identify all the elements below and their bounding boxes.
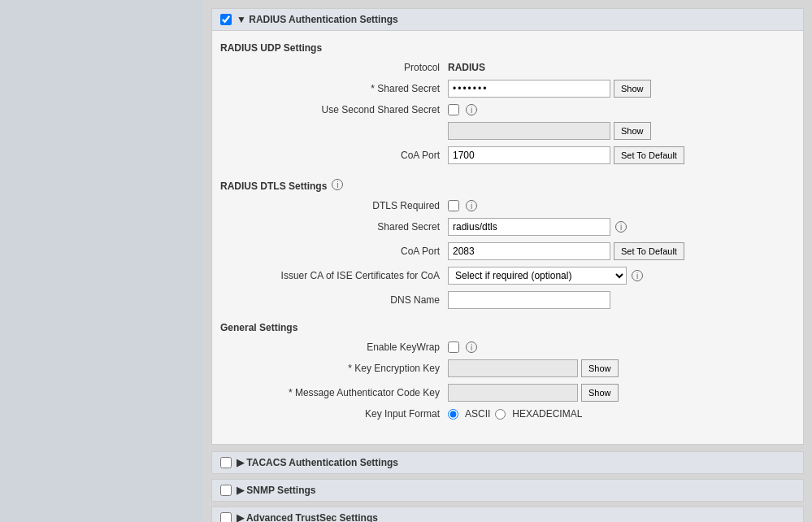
dtls-coa-port-label: CoA Port xyxy=(220,246,448,257)
kek-group: Key Encryption Key Show xyxy=(220,359,795,377)
shared-secret-input[interactable] xyxy=(448,80,610,98)
general-settings-title: General Settings xyxy=(220,322,795,333)
dtls-shared-secret-label: Shared Secret xyxy=(220,221,448,233)
second-secret-group: Show xyxy=(220,122,795,140)
mac-key-group: Message Authenticator Code Key Show xyxy=(220,384,795,402)
dtls-shared-secret-input[interactable] xyxy=(448,218,610,236)
radius-auth-header[interactable]: ▼ RADIUS Authentication Settings xyxy=(212,9,803,31)
enable-keywrap-group: Enable KeyWrap i xyxy=(220,341,795,353)
issuer-ca-group: Issuer CA of ISE Certificates for CoA Se… xyxy=(220,267,795,285)
use-second-checkbox[interactable] xyxy=(448,104,459,115)
trustsec-title: ▶ Advanced TrustSec Settings xyxy=(237,512,378,522)
show-mac-button[interactable]: Show xyxy=(581,384,619,402)
trustsec-header[interactable]: ▶ Advanced TrustSec Settings xyxy=(212,507,803,522)
mac-key-input[interactable] xyxy=(448,384,578,402)
hexadecimal-label: HEXADECIMAL xyxy=(512,408,582,420)
keywrap-info-icon[interactable]: i xyxy=(466,341,477,353)
radius-auth-panel: ▼ RADIUS Authentication Settings RADIUS … xyxy=(211,8,804,445)
dtls-secret-info-icon[interactable]: i xyxy=(615,221,627,233)
dtls-settings-block: RADIUS DTLS Settings i DTLS Required i S… xyxy=(220,177,795,309)
second-secret-input[interactable] xyxy=(448,122,610,140)
udp-settings-title: RADIUS UDP Settings xyxy=(220,42,795,54)
dtls-coa-port-group: CoA Port Set To Default xyxy=(220,242,795,260)
show-kek-button[interactable]: Show xyxy=(581,359,619,377)
snmp-checkbox[interactable] xyxy=(220,485,232,496)
ascii-radio[interactable] xyxy=(448,409,458,420)
coa-port-group: CoA Port Set To Default xyxy=(220,146,795,164)
coa-port-input[interactable] xyxy=(448,146,610,164)
tacacs-header[interactable]: ▶ TACACS Authentication Settings xyxy=(212,452,803,473)
protocol-group: Protocol RADIUS xyxy=(220,62,795,73)
snmp-header[interactable]: ▶ SNMP Settings xyxy=(212,480,803,501)
use-second-label: Use Second Shared Secret xyxy=(220,104,448,115)
tacacs-title: ▶ TACACS Authentication Settings xyxy=(237,457,398,468)
tacacs-section: ▶ TACACS Authentication Settings xyxy=(211,451,804,474)
dtls-required-checkbox[interactable] xyxy=(448,200,459,211)
radius-auth-checkbox[interactable] xyxy=(220,14,232,25)
kek-input[interactable] xyxy=(448,359,578,377)
key-format-label: Key Input Format xyxy=(220,408,448,420)
use-second-group: Use Second Shared Secret i xyxy=(220,104,795,115)
udp-settings-block: RADIUS UDP Settings Protocol RADIUS Shar… xyxy=(220,42,795,164)
issuer-ca-label: Issuer CA of ISE Certificates for CoA xyxy=(220,270,448,281)
trustsec-checkbox[interactable] xyxy=(220,512,232,522)
dns-name-label: DNS Name xyxy=(220,294,448,306)
kek-label: Key Encryption Key xyxy=(220,363,448,374)
issuer-ca-info-icon[interactable]: i xyxy=(632,270,643,281)
coa-set-default-button[interactable]: Set To Default xyxy=(614,146,684,164)
dtls-settings-title: RADIUS DTLS Settings xyxy=(220,181,327,192)
snmp-title: ▶ SNMP Settings xyxy=(237,485,315,496)
issuer-ca-select[interactable]: Select if required (optional) xyxy=(448,267,627,285)
ascii-label: ASCII xyxy=(465,408,490,420)
shared-secret-label: Shared Secret xyxy=(220,83,448,94)
dtls-required-group: DTLS Required i xyxy=(220,200,795,211)
show-second-secret-button[interactable]: Show xyxy=(614,122,651,140)
page-wrapper: ▼ RADIUS Authentication Settings RADIUS … xyxy=(0,0,812,522)
dns-name-group: DNS Name xyxy=(220,291,795,309)
dtls-set-default-button[interactable]: Set To Default xyxy=(614,242,684,260)
enable-keywrap-checkbox[interactable] xyxy=(448,341,459,353)
tacacs-checkbox[interactable] xyxy=(220,457,232,468)
use-second-info-icon[interactable]: i xyxy=(466,104,477,115)
sidebar xyxy=(0,0,203,522)
key-format-group: Key Input Format ASCII HEXADECIMAL xyxy=(220,408,795,420)
dtls-shared-secret-group: Shared Secret i xyxy=(220,218,795,236)
radius-section-content: RADIUS UDP Settings Protocol RADIUS Shar… xyxy=(212,31,803,444)
show-secret-button[interactable]: Show xyxy=(614,80,651,98)
protocol-label: Protocol xyxy=(220,62,448,73)
enable-keywrap-label: Enable KeyWrap xyxy=(220,341,448,353)
dtls-required-info-icon[interactable]: i xyxy=(466,200,477,211)
shared-secret-group: Shared Secret Show xyxy=(220,80,795,98)
trustsec-section: ▶ Advanced TrustSec Settings xyxy=(211,507,804,522)
protocol-value: RADIUS xyxy=(448,62,485,73)
hex-radio[interactable] xyxy=(495,409,506,420)
dtls-title-info-icon[interactable]: i xyxy=(332,179,343,190)
coa-port-label: CoA Port xyxy=(220,150,448,161)
snmp-section: ▶ SNMP Settings xyxy=(211,479,804,502)
general-settings-block: General Settings Enable KeyWrap i Key En… xyxy=(220,322,795,420)
key-format-radio-group: ASCII HEXADECIMAL xyxy=(448,408,582,420)
dtls-coa-port-input[interactable] xyxy=(448,242,610,260)
main-content: ▼ RADIUS Authentication Settings RADIUS … xyxy=(203,0,812,522)
dns-name-input[interactable] xyxy=(448,291,610,309)
dtls-required-label: DTLS Required xyxy=(220,200,448,211)
radius-auth-title: ▼ RADIUS Authentication Settings xyxy=(237,14,398,25)
mac-key-label: Message Authenticator Code Key xyxy=(220,387,448,398)
